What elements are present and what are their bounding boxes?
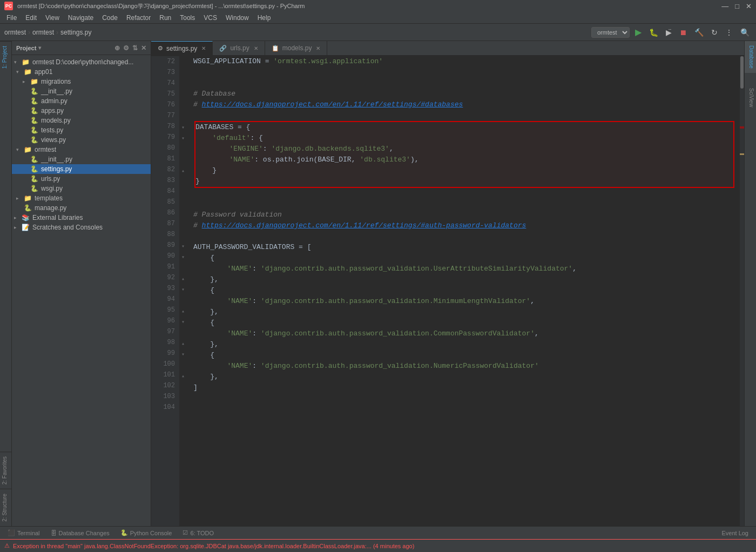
tree-item-scratches[interactable]: ▸ 📝 Scratches and Consoles [12,223,151,232]
code-line-94: 'NAME': 'django.contrib.auth.password_va… [193,296,735,307]
menu-refactor[interactable]: Refactor [122,13,155,23]
scroll-thumb[interactable] [740,56,744,89]
tree-item-views[interactable]: 🐍 views.py [12,135,151,145]
tree-item-ormtest-folder[interactable]: ▾ 📁 ormtest [12,145,151,154]
sidebar-item-database[interactable]: Database [745,41,756,73]
close-button[interactable]: ✕ [746,2,752,10]
tree-item-apps[interactable]: 🐍 apps.py [12,106,151,116]
tree-item-external-libs[interactable]: ▸ 📚 External Libraries [12,213,151,223]
breadcrumb-ormtest1[interactable]: ormtest [4,29,26,36]
event-log-btn[interactable]: Event Log [716,529,754,537]
databases-highlight-block: DATABASES = { 'default': { 'ENGINE': 'dj… [194,121,734,188]
sidebar-item-sciview[interactable]: SciView [745,84,756,111]
menu-window[interactable]: Window [221,13,253,23]
bottom-tab-terminal[interactable]: ⬛ Terminal [2,528,45,537]
panel-icon-expand[interactable]: ⇅ [132,44,138,52]
fold-btn-95[interactable]: ▴ [179,306,187,314]
breadcrumb-ormtest2[interactable]: ormtest [32,29,54,36]
fold-btn-79[interactable]: ▾ [179,133,187,141]
panel-header: Project ▾ ⊕ ⚙ ⇅ ✕ [12,41,151,55]
tab-settings-close[interactable]: ✕ [201,45,206,51]
maximize-button[interactable]: □ [735,2,739,10]
code-content[interactable]: WSGI_APPLICATION = 'ormtest.wsgi.applica… [189,56,740,526]
fold-btn-96[interactable]: ▾ [179,317,187,325]
tree-item-app01-init[interactable]: 🐍 __init__.py [12,86,151,96]
menu-help[interactable]: Help [253,13,275,23]
search-everywhere-button[interactable]: 🔍 [738,27,752,38]
error-bar: ⚠ Exception in thread "main" java.lang.C… [0,539,756,552]
sync-button[interactable]: ↻ [709,27,720,38]
panel-title: Project [16,45,36,51]
run-config-dropdown[interactable]: ormtest [591,27,630,38]
tree-item-settings[interactable]: 🐍 settings.py [12,164,151,174]
tab-urls[interactable]: 🔗 urls.py ✕ [213,41,265,55]
sidebar-item-structure[interactable]: 2: Structure [0,489,11,526]
menu-edit[interactable]: Edit [21,13,41,23]
tree-item-app01[interactable]: ▾ 📁 app01 [12,67,151,77]
panel-icon-gear[interactable]: ⚙ [123,44,129,52]
terminal-icon: ⬛ [8,529,15,536]
debug-button[interactable]: 🐛 [647,27,660,38]
menu-run[interactable]: Run [155,13,176,23]
menu-view[interactable]: View [41,13,64,23]
bottom-tab-db-label: Database Changes [59,530,110,536]
tree-item-tests[interactable]: 🐍 tests.py [12,125,151,135]
tree-item-migrations[interactable]: ▸ 📁 migrations [12,77,151,86]
build-button[interactable]: 🔨 [692,27,706,38]
tab-models[interactable]: 📋 models.py ✕ [265,41,328,55]
code-line-104 [193,404,735,415]
tree-item-root[interactable]: ▾ 📁 ormtest D:\coder\python\changed... [12,57,151,67]
code-line-72: WSGI_APPLICATION = 'ormtest.wsgi.applica… [193,56,735,67]
code-line-97: 'NAME': 'django.contrib.auth.password_va… [193,328,735,339]
fold-btn-93[interactable]: ▾ [179,285,187,292]
menu-navigate[interactable]: Navigate [64,13,98,23]
bottom-tab-db-changes[interactable]: 🗄 Database Changes [45,529,115,537]
panel-icon-close[interactable]: ✕ [141,44,146,52]
toolbar-breadcrumb: ormtest › ormtest › settings.py [4,29,91,36]
menu-code[interactable]: Code [98,13,122,23]
fold-btn-89[interactable]: ▾ [179,241,187,249]
editor-scrollbar[interactable] [740,56,744,526]
sidebar-item-project[interactable]: 1: Project [0,41,11,73]
tree-item-models-app01[interactable]: 🐍 models.py [12,116,151,125]
fold-btn-98[interactable]: ▴ [179,339,187,346]
menu-file[interactable]: File [2,13,21,23]
tree-item-wsgi[interactable]: 🐍 wsgi.py [12,184,151,193]
tab-models-close[interactable]: ✕ [316,45,320,51]
fold-btn-101[interactable]: ▴ [179,371,187,379]
fold-btn-92[interactable]: ▴ [179,274,187,281]
tabs-bar: ⚙ settings.py ✕ 🔗 urls.py ✕ 📋 models.py … [151,41,744,56]
code-line-85 [193,199,735,210]
tree-item-manage[interactable]: 🐍 manage.py [12,203,151,213]
tree-item-ormtest-init[interactable]: 🐍 __init__.py [12,154,151,164]
code-line-98: }, [193,339,735,350]
tree-item-admin[interactable]: 🐍 admin.py [12,96,151,106]
tab-settings[interactable]: ⚙ settings.py ✕ [151,41,213,55]
stop-button[interactable]: ⏹ [677,27,689,38]
panel-icon-locate[interactable]: ⊕ [114,44,120,52]
fold-btn-90[interactable]: ▾ [179,252,187,260]
breadcrumb-settings[interactable]: settings.py [60,29,91,36]
more-button[interactable]: ⋮ [723,27,735,38]
fold-btn-99[interactable]: ▾ [179,349,187,357]
sidebar-item-favorites[interactable]: 2: Favorites [0,452,11,489]
bottom-tab-python-console[interactable]: 🐍 Python Console [115,528,178,537]
code-line-82: } [195,165,733,176]
code-line-87: # https://docs.djangoproject.com/en/1.11… [193,220,735,231]
run-button[interactable]: ▶ [633,26,644,38]
fold-btn-78[interactable]: ▾ [179,123,187,130]
menu-vcs[interactable]: VCS [199,13,221,23]
menu-tools[interactable]: Tools [176,13,199,23]
tab-urls-close[interactable]: ✕ [254,45,258,51]
tree-item-urls[interactable]: 🐍 urls.py [12,174,151,184]
bottom-tab-todo[interactable]: ☑ 6: TODO [177,528,219,537]
toolbar-right: ormtest ▶ 🐛 ▶̈ ⏹ 🔨 ↻ ⋮ 🔍 [591,26,752,38]
minimize-button[interactable]: — [721,2,728,10]
settings-file-icon: ⚙ [158,45,163,52]
fold-btn-82[interactable]: ▴ [179,166,187,173]
tree-item-templates[interactable]: ▸ 📁 templates [12,193,151,203]
coverage-button[interactable]: ▶̈ [664,27,674,38]
event-log-label[interactable]: Event Log [716,529,754,537]
code-line-75: # Database [193,89,735,99]
error-message: Exception in thread "main" java.lang.Cla… [13,543,414,549]
